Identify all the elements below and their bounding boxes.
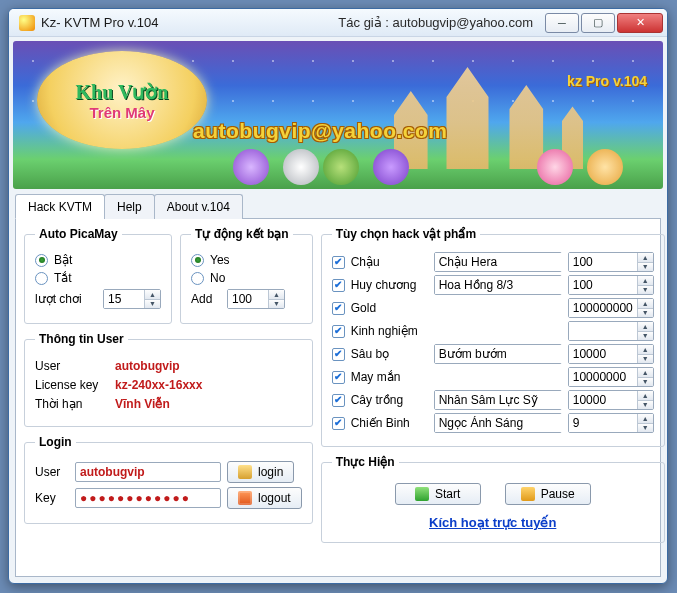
legend-login: Login [35,435,76,449]
checkbox-Chiến Binh[interactable] [332,417,345,430]
hack-item-row: Chậu▲▼▲▼ [332,252,654,272]
chevron-down-icon[interactable]: ▼ [638,424,653,433]
sprite-icon [587,149,623,185]
spin-add[interactable]: ▲▼ [227,289,285,309]
banner: Khu Vườn Trên Mây autobugvip@yahoo.com k… [13,41,663,189]
sprite-icon [323,149,359,185]
chevron-down-icon[interactable]: ▼ [269,300,284,309]
app-icon [19,15,35,31]
label-picamay-off: Tắt [54,271,72,285]
spin-input[interactable] [569,391,637,409]
group-auto-friend: Tự động kết bạn Yes No Add ▲▼ [180,227,313,324]
tab-panel: Auto PicaMay Bật Tắt lượt chơi ▲▼ [15,219,661,577]
chevron-up-icon[interactable]: ▲ [638,299,653,309]
tab-about[interactable]: About v.104 [154,194,243,219]
sprite-icon [233,149,269,185]
label-hack-item: Chậu [351,255,380,269]
value-expiry: Vĩnh Viễn [115,397,170,411]
value-user: autobugvip [115,359,180,373]
chevron-down-icon[interactable]: ▼ [638,401,653,410]
legend-auto-picamay: Auto PicaMay [35,227,122,241]
chevron-down-icon[interactable]: ▼ [638,309,653,318]
chevron-down-icon[interactable]: ▼ [145,300,160,309]
combo-Chậu[interactable]: ▲▼ [434,252,562,272]
spin-plays[interactable]: ▲▼ [103,289,161,309]
combo-Cây trồng[interactable]: ▲▼ [434,390,562,410]
tab-hack-kvtm[interactable]: Hack KVTM [15,194,105,219]
spin-Chiến Binh[interactable]: ▲▼ [568,413,654,433]
tab-help[interactable]: Help [104,194,155,219]
chevron-down-icon[interactable]: ▼ [638,332,653,341]
chevron-up-icon[interactable]: ▲ [145,290,160,300]
chevron-down-icon[interactable]: ▼ [638,263,653,272]
radio-picamay-off[interactable] [35,272,48,285]
chevron-down-icon[interactable]: ▼ [638,378,653,387]
label-hack-item: Huy chương [351,278,417,292]
login-button[interactable]: login [227,461,294,483]
spin-input[interactable] [569,345,637,363]
spin-Huy chương[interactable]: ▲▼ [568,275,654,295]
spin-input[interactable] [569,299,637,317]
close-button[interactable]: ✕ [617,13,663,33]
spin-Gold[interactable]: ▲▼ [568,298,654,318]
label-picamay-on: Bật [54,253,72,267]
chevron-up-icon[interactable]: ▲ [638,391,653,401]
combo-Huy chương[interactable]: ▲▼ [434,275,562,295]
label-login-key: Key [35,491,69,505]
checkbox-Sâu bọ[interactable] [332,348,345,361]
power-icon [238,491,252,505]
radio-picamay-on[interactable] [35,254,48,267]
spin-Kinh nghiệm[interactable]: ▲▼ [568,321,654,341]
checkbox-Chậu[interactable] [332,256,345,269]
tab-strip: Hack KVTM Help About v.104 [15,193,661,219]
chevron-up-icon[interactable]: ▲ [638,276,653,286]
spin-May mắn[interactable]: ▲▼ [568,367,654,387]
combo-Chiến Binh[interactable]: ▲▼ [434,413,562,433]
chevron-down-icon[interactable]: ▼ [638,286,653,295]
chevron-up-icon[interactable]: ▲ [638,345,653,355]
chevron-up-icon[interactable]: ▲ [638,253,653,263]
checkbox-Kinh nghiệm[interactable] [332,325,345,338]
input-plays[interactable] [104,290,144,308]
checkbox-Huy chương[interactable] [332,279,345,292]
sprite-icon [537,149,573,185]
app-window: Kz- KVTM Pro v.104 Tác giả : autobugvip@… [8,8,668,584]
checkbox-Gold[interactable] [332,302,345,315]
spin-input[interactable] [569,414,637,432]
combo-Sâu bọ[interactable]: ▲▼ [434,344,562,364]
checkbox-Cây trồng[interactable] [332,394,345,407]
input-login-user[interactable] [75,462,221,482]
pause-button[interactable]: Pause [505,483,591,505]
group-login: Login User login Key logout [24,435,313,524]
checkbox-May mắn[interactable] [332,371,345,384]
sprite-icon [283,149,319,185]
label-hack-item: May mắn [351,370,401,384]
spin-Sâu bọ[interactable]: ▲▼ [568,344,654,364]
label-friend-yes: Yes [210,253,230,267]
input-add[interactable] [228,290,268,308]
logout-button[interactable]: logout [227,487,302,509]
label-login-user: User [35,465,69,479]
spin-input[interactable] [569,276,637,294]
spin-Chậu[interactable]: ▲▼ [568,252,654,272]
banner-email: autobugvip@yahoo.com [193,119,447,143]
chevron-up-icon[interactable]: ▲ [638,368,653,378]
radio-friend-no[interactable] [191,272,204,285]
label-hack-item: Cây trồng [351,393,403,407]
chevron-up-icon[interactable]: ▲ [638,414,653,424]
chevron-up-icon[interactable]: ▲ [638,322,653,332]
maximize-button[interactable]: ▢ [581,13,615,33]
spin-input[interactable] [569,253,637,271]
input-login-key[interactable] [75,488,221,508]
hack-item-row: Chiến Binh▲▼▲▼ [332,413,654,433]
activate-online-link[interactable]: Kích hoạt trực tuyến [332,515,654,530]
spin-Cây trồng[interactable]: ▲▼ [568,390,654,410]
spin-input[interactable] [569,322,637,340]
hack-item-row: Kinh nghiệm▲▼ [332,321,654,341]
start-button[interactable]: Start [395,483,481,505]
minimize-button[interactable]: ─ [545,13,579,33]
chevron-down-icon[interactable]: ▼ [638,355,653,364]
spin-input[interactable] [569,368,637,386]
chevron-up-icon[interactable]: ▲ [269,290,284,300]
radio-friend-yes[interactable] [191,254,204,267]
